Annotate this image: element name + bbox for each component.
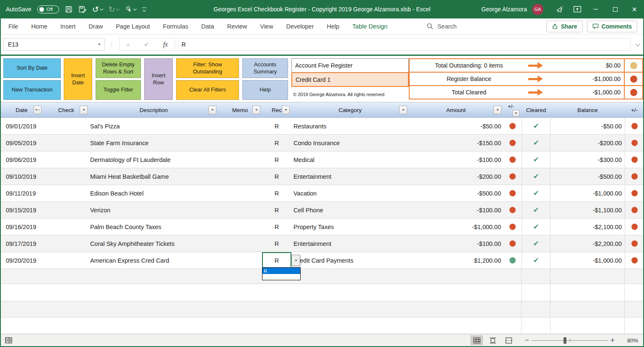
cell-description[interactable]: Sal's Pizza bbox=[89, 118, 218, 134]
cell-category[interactable]: Vacation bbox=[291, 185, 409, 201]
cell-cleared[interactable]: ✔ bbox=[522, 202, 551, 218]
cell-check[interactable] bbox=[43, 135, 89, 151]
cell-amount[interactable]: -$50.00 bbox=[409, 118, 503, 134]
cell-amount[interactable]: -$200.00 bbox=[409, 168, 503, 185]
cell-balance[interactable]: -$2,200.00 bbox=[551, 235, 625, 252]
minimize-button[interactable] bbox=[586, 0, 605, 18]
cell-amount[interactable]: -$100.00 bbox=[409, 202, 503, 218]
cell-balance[interactable]: -$1,000.00 bbox=[551, 252, 625, 269]
autosave-toggle[interactable]: Off bbox=[37, 5, 59, 13]
accounts-summary-button[interactable]: Accounts Summary bbox=[242, 58, 288, 78]
amount-status-filter-button[interactable] bbox=[513, 110, 519, 117]
cell-amount[interactable]: $1,200.00 bbox=[409, 252, 503, 269]
cell-cleared[interactable]: ✔ bbox=[522, 235, 551, 252]
cell-check[interactable] bbox=[43, 235, 89, 252]
tab-file[interactable]: File bbox=[8, 23, 18, 30]
zoom-in-button[interactable]: + bbox=[608, 337, 617, 344]
cell-memo[interactable] bbox=[218, 252, 262, 269]
name-box-dropdown-icon[interactable] bbox=[98, 44, 101, 45]
cell-balance[interactable]: -$1,100.00 bbox=[551, 202, 625, 218]
empty-row[interactable] bbox=[0, 318, 644, 334]
cell-balance[interactable]: -$200.00 bbox=[551, 135, 625, 151]
toggle-filter-button[interactable]: Toggle Filter bbox=[96, 80, 141, 100]
tab-page-layout[interactable]: Page Layout bbox=[116, 23, 150, 30]
cell-cleared[interactable]: ✔ bbox=[522, 252, 551, 269]
zoom-slider[interactable] bbox=[532, 337, 608, 344]
cell-check[interactable] bbox=[43, 118, 89, 134]
insert-row-button[interactable]: Insert Row bbox=[144, 58, 173, 100]
tab-review[interactable]: Review bbox=[227, 23, 247, 30]
cell-rec[interactable]: R bbox=[262, 235, 291, 252]
close-button[interactable]: × bbox=[625, 0, 644, 18]
empty-row[interactable] bbox=[0, 269, 644, 284]
cell-category[interactable]: Restaurants bbox=[291, 118, 409, 134]
cell-date[interactable]: 09/17/2019 bbox=[0, 235, 43, 252]
cell-description[interactable]: Miami Heat Basketball Game bbox=[89, 168, 218, 185]
tab-data[interactable]: Data bbox=[201, 23, 214, 30]
cell-cleared[interactable]: ✔ bbox=[522, 219, 551, 235]
cell-category[interactable]: Entertainment bbox=[291, 168, 409, 185]
cell-rec[interactable]: R bbox=[262, 252, 291, 269]
share-button[interactable]: Share bbox=[546, 21, 583, 32]
cell-memo[interactable] bbox=[218, 219, 262, 235]
dropdown-option-r[interactable]: R bbox=[262, 268, 300, 274]
delete-empty-rows-button[interactable]: Delete Empty Rows & Sort bbox=[96, 58, 141, 78]
cell-date[interactable]: 09/15/2019 bbox=[0, 202, 43, 218]
cell-check[interactable] bbox=[43, 202, 89, 218]
cell-amount[interactable]: -$500.00 bbox=[409, 185, 503, 201]
cell-rec[interactable]: R bbox=[262, 135, 291, 151]
page-layout-view-button[interactable] bbox=[486, 335, 499, 345]
cell-date[interactable]: 09/10/2019 bbox=[0, 168, 43, 185]
cell-description[interactable]: Verizon bbox=[89, 202, 218, 218]
cell-amount[interactable]: -$1,000.00 bbox=[409, 219, 503, 235]
tab-help[interactable]: Help bbox=[327, 23, 340, 30]
empty-row[interactable] bbox=[0, 284, 644, 301]
touch-mode-icon[interactable] bbox=[125, 5, 136, 13]
normal-view-button[interactable] bbox=[470, 335, 483, 345]
comments-button[interactable]: Comments bbox=[587, 21, 637, 32]
search-input[interactable]: Search bbox=[426, 23, 457, 30]
cell-balance[interactable]: -$300.00 bbox=[551, 151, 625, 168]
cell-memo[interactable] bbox=[218, 135, 262, 151]
clear-all-filters-button[interactable]: Clear All Filters bbox=[176, 80, 239, 100]
cell-description[interactable]: State Farm Insurance bbox=[89, 135, 218, 151]
cell-cleared[interactable]: ✔ bbox=[522, 151, 551, 168]
cell-category[interactable]: Entertainment bbox=[291, 235, 409, 252]
insert-function-icon[interactable]: fx bbox=[163, 41, 168, 48]
cell-memo[interactable] bbox=[218, 185, 262, 201]
redo-icon[interactable]: ↻ bbox=[109, 5, 119, 13]
cell-rec[interactable]: R bbox=[262, 219, 291, 235]
tab-developer[interactable]: Developer bbox=[286, 23, 314, 30]
cell-memo[interactable] bbox=[218, 235, 262, 252]
cell-amount[interactable]: -$100.00 bbox=[409, 235, 503, 252]
cell-cleared[interactable]: ✔ bbox=[522, 118, 551, 134]
cell-category[interactable]: Cell Phone bbox=[291, 202, 409, 218]
cell-amount[interactable]: -$100.00 bbox=[409, 151, 503, 168]
cell-description[interactable]: Edison Beach Hotel bbox=[89, 185, 218, 201]
rec-combo-button[interactable] bbox=[291, 255, 300, 266]
cell-date[interactable]: 09/01/2019 bbox=[0, 118, 43, 134]
memo-filter-button[interactable] bbox=[252, 106, 260, 114]
cell-category[interactable]: Property Taxes bbox=[291, 219, 409, 235]
cell-rec[interactable]: R bbox=[262, 185, 291, 201]
register-name-cell[interactable]: Account Five Register bbox=[291, 58, 409, 73]
cell-check[interactable] bbox=[43, 252, 89, 269]
cell-description[interactable]: American Express Cred Card bbox=[89, 252, 218, 269]
category-filter-button[interactable] bbox=[399, 106, 407, 114]
cell-cleared[interactable]: ✔ bbox=[522, 185, 551, 201]
date-sort-filter-button[interactable]: ↑ bbox=[34, 106, 42, 114]
formula-bar-expand-chevron[interactable] bbox=[635, 42, 640, 46]
cell-memo[interactable] bbox=[218, 202, 262, 218]
cell-memo[interactable] bbox=[218, 118, 262, 134]
tab-draw[interactable]: Draw bbox=[88, 23, 103, 30]
cell-cleared[interactable]: ✔ bbox=[522, 168, 551, 185]
check-filter-button[interactable] bbox=[80, 106, 88, 114]
save-icon[interactable] bbox=[65, 5, 73, 13]
help-button[interactable]: Help bbox=[242, 80, 288, 100]
cell-date[interactable]: 09/06/2019 bbox=[0, 151, 43, 168]
cell-date[interactable]: 09/11/2019 bbox=[0, 185, 43, 201]
zoom-out-button[interactable]: − bbox=[522, 337, 532, 344]
cell-check[interactable] bbox=[43, 185, 89, 201]
page-break-preview-button[interactable] bbox=[502, 335, 515, 345]
cell-balance[interactable]: -$2,100.00 bbox=[551, 219, 625, 235]
